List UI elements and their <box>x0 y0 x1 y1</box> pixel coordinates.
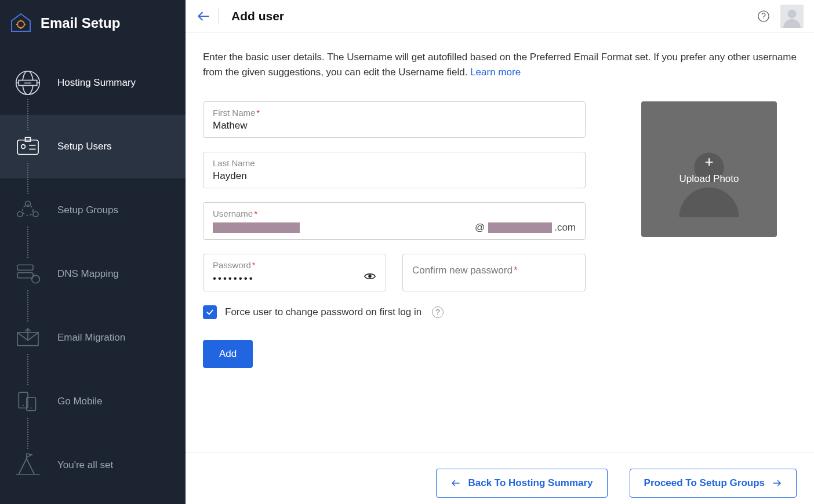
back-button[interactable] <box>192 5 215 27</box>
app-logo-icon <box>9 12 32 35</box>
sidebar-item-label: Hosting Summary <box>57 77 136 89</box>
last-name-input[interactable] <box>213 170 576 182</box>
svg-point-28 <box>368 275 372 278</box>
globe-icon: www <box>12 67 43 99</box>
sidebar-item-label: Setup Users <box>57 141 112 152</box>
force-change-checkbox[interactable] <box>203 305 217 319</box>
sidebar-item-label: Setup Groups <box>57 204 118 216</box>
svg-point-21 <box>23 405 24 406</box>
first-name-field[interactable]: First Name* <box>203 101 586 138</box>
toggle-password-visibility-icon[interactable] <box>364 270 376 285</box>
svg-point-11 <box>25 201 30 206</box>
intro-text: Enter the basic user details. The Userna… <box>203 50 797 81</box>
force-change-help-icon[interactable]: ? <box>432 306 444 318</box>
svg-rect-7 <box>25 137 30 141</box>
sidebar-item-label: You're all set <box>57 459 113 471</box>
sidebar: Email Setup www Hosting Summary Setup Us… <box>0 0 186 504</box>
arrow-left-icon <box>450 478 461 488</box>
confirm-password-field[interactable]: Confirm new password* <box>402 254 586 291</box>
annotation-arrow-icon <box>783 380 814 452</box>
upload-photo-box[interactable]: + Upload Photo <box>641 101 777 237</box>
password-field[interactable]: Password* •••••••• <box>203 254 386 291</box>
sidebar-item-label: DNS Mapping <box>57 268 119 280</box>
plus-icon: + <box>679 153 739 171</box>
svg-point-8 <box>21 145 25 149</box>
first-name-input[interactable] <box>213 120 576 132</box>
sidebar-title: Email Setup <box>41 15 120 31</box>
help-icon[interactable] <box>756 9 771 24</box>
user-form: First Name* Last Name Username* @ <box>203 101 586 368</box>
arrow-right-icon <box>772 478 782 488</box>
sidebar-item-label: Go Mobile <box>57 396 102 407</box>
learn-more-link[interactable]: Learn more <box>470 67 521 78</box>
svg-point-26 <box>763 18 764 19</box>
topbar: Add user <box>186 0 814 32</box>
envelope-icon <box>12 322 43 354</box>
sidebar-item-label: Email Migration <box>57 332 125 344</box>
id-card-icon <box>12 131 43 163</box>
flag-icon <box>12 450 43 481</box>
password-input[interactable]: •••••••• <box>213 273 364 284</box>
back-to-hosting-button[interactable]: Back To Hosting Summary <box>436 469 607 498</box>
dns-icon <box>12 258 43 290</box>
add-button[interactable]: Add <box>203 340 253 368</box>
groups-icon <box>12 195 43 227</box>
svg-point-13 <box>33 211 38 217</box>
svg-line-30 <box>806 386 814 452</box>
svg-rect-16 <box>17 273 33 278</box>
svg-text:www: www <box>23 81 31 85</box>
user-avatar[interactable] <box>780 5 804 28</box>
username-input[interactable] <box>213 222 300 233</box>
mobile-icon <box>12 386 43 418</box>
go-to-admin-console-link[interactable]: Go to Admin Console <box>0 497 186 504</box>
svg-rect-15 <box>17 265 33 270</box>
svg-point-12 <box>17 211 23 217</box>
last-name-field[interactable]: Last Name <box>203 152 586 188</box>
svg-point-27 <box>788 9 797 18</box>
sidebar-nav: www Hosting Summary Setup Users Setup Gr… <box>0 51 186 497</box>
svg-point-22 <box>30 407 31 408</box>
svg-point-0 <box>17 21 24 28</box>
force-change-row: Force user to change password on first l… <box>203 305 586 319</box>
domain-redacted <box>488 222 552 233</box>
sidebar-item-hosting-summary[interactable]: www Hosting Summary <box>0 51 186 115</box>
footer-nav: Back To Hosting Summary Proceed To Setup… <box>186 452 814 504</box>
svg-rect-6 <box>17 140 38 155</box>
main-panel: Add user Enter the basic user details. T… <box>186 0 814 504</box>
username-field[interactable]: Username* @ .com <box>203 202 586 240</box>
page-title: Add user <box>231 9 284 23</box>
proceed-to-setup-groups-button[interactable]: Proceed To Setup Groups <box>630 469 797 498</box>
content-area: Enter the basic user details. The Userna… <box>186 32 814 452</box>
sidebar-header: Email Setup <box>0 0 186 51</box>
